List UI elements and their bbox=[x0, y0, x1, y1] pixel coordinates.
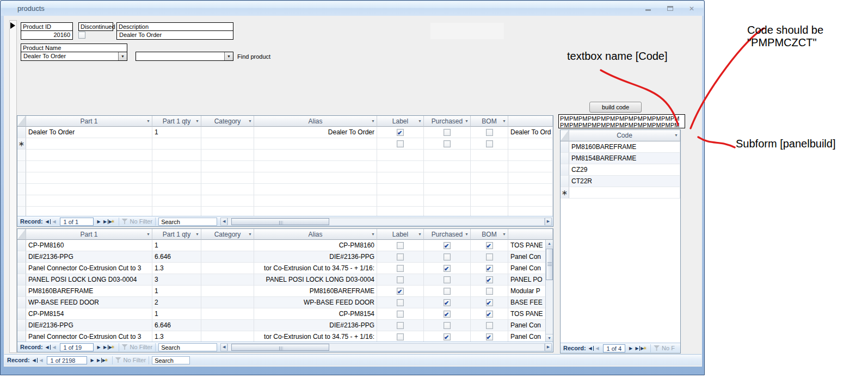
bom-checkbox[interactable] bbox=[486, 253, 493, 261]
alias-cell[interactable]: DIE#2136-PPG bbox=[254, 320, 377, 331]
column-header-blank[interactable] bbox=[508, 116, 553, 127]
label-checkbox[interactable] bbox=[397, 253, 404, 261]
new-record-button[interactable]: ▶∗ bbox=[102, 357, 109, 363]
first-record-button[interactable]: ◀ bbox=[32, 358, 38, 363]
alias-cell[interactable]: CP-PM8154 bbox=[254, 308, 377, 320]
horizontal-scrollbar[interactable]: ◀ ▶ bbox=[220, 218, 552, 226]
bom-checkbox[interactable] bbox=[486, 288, 493, 295]
new-record-row[interactable]: ∗ bbox=[561, 187, 680, 199]
previous-record-button[interactable]: ◀ bbox=[51, 219, 58, 224]
label-checkbox[interactable] bbox=[397, 265, 404, 272]
row-selector[interactable] bbox=[17, 320, 26, 331]
table-row[interactable]: CZ29 bbox=[561, 164, 680, 176]
row-selector[interactable] bbox=[561, 164, 569, 176]
bom-cell[interactable] bbox=[471, 240, 508, 251]
previous-record-button[interactable]: ◀ bbox=[38, 358, 45, 363]
find-product-combo[interactable]: ▼ bbox=[136, 52, 233, 61]
product-name-combo[interactable]: Dealer To Order ▼ bbox=[21, 52, 127, 61]
qty-cell[interactable]: 6.646 bbox=[152, 320, 201, 331]
alias-cell[interactable]: :tor Co-Extrusion Cut to 34.75 - + 1/16 bbox=[254, 263, 377, 274]
bom-checkbox[interactable] bbox=[486, 265, 493, 272]
category-cell[interactable] bbox=[201, 308, 254, 320]
table-row[interactable]: Panel Connector Co-Extrusion Cut to 3 1.… bbox=[17, 331, 553, 343]
description-field[interactable]: Dealer To Order bbox=[116, 30, 233, 40]
bom-cell[interactable] bbox=[471, 251, 508, 263]
purchased-checkbox[interactable] bbox=[444, 140, 451, 147]
part1-cell[interactable]: Dealer To Order bbox=[26, 127, 152, 138]
minimize-button[interactable] bbox=[644, 5, 652, 13]
search-input[interactable]: Search bbox=[152, 356, 190, 364]
bom-cell[interactable] bbox=[471, 297, 508, 308]
chevron-down-icon[interactable]: ▼ bbox=[418, 119, 422, 123]
label-checkbox[interactable] bbox=[397, 333, 404, 340]
chevron-down-icon[interactable]: ▼ bbox=[418, 232, 422, 236]
next-record-button[interactable]: ▶ bbox=[627, 346, 635, 351]
table-row[interactable]: PM8160BAREFRAME 1 PM8160BAREFRAME Modula… bbox=[17, 286, 553, 297]
purchased-checkbox[interactable] bbox=[444, 322, 451, 329]
qty-cell[interactable]: 1 bbox=[152, 240, 201, 251]
chevron-down-icon[interactable]: ▼ bbox=[195, 232, 199, 236]
row-selector[interactable] bbox=[561, 153, 569, 164]
chevron-down-icon[interactable]: ▼ bbox=[118, 52, 127, 60]
part1-cell[interactable]: CP-PM8154 bbox=[26, 308, 152, 320]
column-header[interactable]: Part 1 qty ▼ bbox=[152, 116, 201, 127]
search-input[interactable]: Search bbox=[158, 218, 217, 226]
purchased-cell[interactable] bbox=[424, 297, 471, 308]
alias-cell[interactable]: DIE#2136-PPG bbox=[254, 251, 377, 263]
label-cell[interactable] bbox=[377, 127, 424, 138]
last-record-button[interactable]: ▶ bbox=[103, 345, 108, 350]
purchased-checkbox[interactable] bbox=[444, 129, 451, 136]
bom-checkbox[interactable] bbox=[486, 276, 493, 283]
qty-cell[interactable]: 1.3 bbox=[152, 263, 201, 274]
record-position[interactable]: 1 of 2198 bbox=[47, 356, 87, 364]
row-selector[interactable] bbox=[17, 308, 26, 320]
record-position[interactable]: 1 of 4 bbox=[603, 344, 626, 352]
column-header[interactable]: Purchased ▼ bbox=[424, 229, 471, 240]
first-record-button[interactable]: ◀ bbox=[45, 219, 51, 224]
previous-record-button[interactable]: ◀ bbox=[594, 346, 601, 351]
column-header[interactable]: Part 1 ▼ bbox=[26, 116, 152, 127]
column-header[interactable]: Category ▼ bbox=[201, 229, 254, 240]
part1-cell[interactable]: DIE#2136-PPG bbox=[26, 251, 152, 263]
table-row[interactable]: CP-PM8154 1 CP-PM8154 TOS PANE bbox=[17, 308, 553, 320]
chevron-down-icon[interactable]: ▼ bbox=[248, 232, 252, 236]
previous-record-button[interactable]: ◀ bbox=[51, 345, 58, 350]
column-header[interactable]: Part 1 qty ▼ bbox=[152, 229, 201, 240]
column-header[interactable]: BOM ▼ bbox=[471, 229, 508, 240]
alias-cell[interactable]: PANEL POSI LOCK LONG D03-0004 bbox=[254, 274, 377, 286]
bom-checkbox[interactable] bbox=[486, 299, 493, 306]
product-id-field[interactable]: 20160 bbox=[21, 30, 73, 40]
label-checkbox[interactable] bbox=[397, 129, 404, 136]
label-cell[interactable] bbox=[377, 320, 424, 331]
column-header-blank[interactable] bbox=[508, 229, 553, 240]
category-cell[interactable] bbox=[201, 263, 254, 274]
table-row[interactable]: CP-PM8160 1 CP-PM8160 TOS PANE bbox=[17, 240, 553, 251]
scroll-up-icon[interactable]: ▲ bbox=[546, 240, 553, 247]
chevron-down-icon[interactable]: ▼ bbox=[674, 133, 678, 137]
bom-checkbox[interactable] bbox=[486, 242, 493, 249]
label-cell[interactable] bbox=[377, 274, 424, 286]
alias-cell[interactable]: :tor Co-Extrusion Cut to 34.75 - + 1/16 bbox=[254, 331, 377, 343]
purchased-checkbox[interactable] bbox=[444, 288, 451, 295]
column-header[interactable]: BOM ▼ bbox=[471, 116, 508, 127]
scroll-right-icon[interactable]: ▶ bbox=[545, 218, 552, 226]
build-code-button[interactable]: build code bbox=[589, 102, 642, 113]
column-header[interactable]: Label ▼ bbox=[377, 116, 424, 127]
filter-status[interactable]: No Filter bbox=[115, 357, 146, 363]
column-header[interactable]: Purchased ▼ bbox=[424, 116, 471, 127]
label-checkbox[interactable] bbox=[397, 276, 404, 283]
maximize-button[interactable] bbox=[666, 5, 674, 13]
bom-cell[interactable] bbox=[471, 127, 508, 138]
category-cell[interactable] bbox=[201, 320, 254, 331]
scroll-thumb[interactable] bbox=[231, 344, 329, 351]
chevron-down-icon[interactable]: ▼ bbox=[146, 119, 150, 123]
bom-checkbox[interactable] bbox=[486, 140, 493, 147]
row-selector[interactable] bbox=[561, 176, 569, 187]
extra-cell[interactable]: Dealer To Ord bbox=[508, 127, 553, 138]
first-record-button[interactable]: ◀ bbox=[45, 345, 51, 350]
bom-cell[interactable] bbox=[471, 274, 508, 286]
filter-status[interactable]: No Filter bbox=[122, 344, 153, 350]
purchased-checkbox[interactable] bbox=[444, 265, 451, 272]
label-cell[interactable] bbox=[377, 286, 424, 297]
title-bar[interactable]: products ✕ bbox=[1, 1, 704, 16]
